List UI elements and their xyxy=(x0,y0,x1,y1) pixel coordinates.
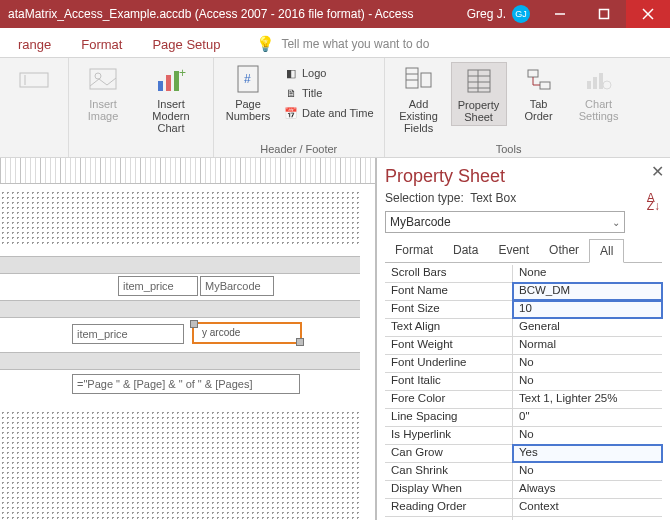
property-tab-all[interactable]: All xyxy=(589,239,624,263)
textbox-icon xyxy=(18,64,50,96)
close-panel-button[interactable]: ✕ xyxy=(651,162,664,181)
header-field-mybarcode[interactable]: MyBarcode xyxy=(200,276,274,296)
insert-modern-chart-label: Insert Modern Chart xyxy=(139,98,203,134)
property-row[interactable]: Scroll BarsNone xyxy=(385,265,662,283)
property-row[interactable]: Font ItalicNo xyxy=(385,373,662,391)
tell-me-search[interactable]: 💡 Tell me what you want to do xyxy=(256,31,429,57)
property-value[interactable]: BCW_DM xyxy=(513,283,662,300)
property-label: Can Grow xyxy=(385,445,513,462)
svg-rect-1 xyxy=(600,10,609,19)
date-time-button[interactable]: 📅Date and Time xyxy=(280,104,378,122)
property-tab-format[interactable]: Format xyxy=(385,239,443,262)
property-value[interactable]: Always xyxy=(513,481,662,498)
property-tab-other[interactable]: Other xyxy=(539,239,589,262)
chart-settings-button: Chart Settings xyxy=(571,62,627,124)
property-value[interactable]: No xyxy=(513,463,662,480)
property-row[interactable]: Display WhenAlways xyxy=(385,481,662,499)
property-row[interactable]: Font NameBCW_DM xyxy=(385,283,662,301)
logo-icon: ◧ xyxy=(284,66,298,80)
property-row[interactable]: Text AlignGeneral xyxy=(385,319,662,337)
horizontal-ruler xyxy=(0,158,375,184)
fields-icon xyxy=(403,64,435,96)
minimize-button[interactable] xyxy=(538,0,582,28)
svg-rect-24 xyxy=(540,82,550,89)
section-bar[interactable] xyxy=(0,256,360,274)
property-row[interactable]: Can GrowYes xyxy=(385,445,662,463)
detail-field-item-price[interactable]: item_price xyxy=(72,324,184,344)
property-tab-event[interactable]: Event xyxy=(488,239,539,262)
tab-format[interactable]: Format xyxy=(67,31,136,57)
selection-type-value: Text Box xyxy=(470,191,516,205)
property-label: Display When xyxy=(385,481,513,498)
insert-image-label: Insert Image xyxy=(79,98,127,122)
add-existing-fields-button[interactable]: Add Existing Fields xyxy=(391,62,447,136)
user-name: Greg J. xyxy=(467,7,506,21)
property-row[interactable]: Line Spacing0" xyxy=(385,409,662,427)
property-tab-data[interactable]: Data xyxy=(443,239,488,262)
svg-rect-8 xyxy=(158,81,163,91)
avatar: GJ xyxy=(512,5,530,23)
svg-point-7 xyxy=(95,73,101,79)
property-row[interactable]: Reading OrderContext xyxy=(385,499,662,517)
property-label: Font Underline xyxy=(385,355,513,372)
property-label: Text Align xyxy=(385,319,513,336)
tab-order-label: Tab Order xyxy=(515,98,563,122)
property-value[interactable]: Text 1, Lighter 25% xyxy=(513,391,662,408)
selected-control-dropdown[interactable]: MyBarcode ⌄ xyxy=(385,211,625,233)
tab-order-button[interactable]: Tab Order xyxy=(511,62,567,124)
sort-button[interactable]: AZ↓ xyxy=(647,194,660,210)
svg-point-28 xyxy=(603,81,611,89)
calendar-icon: 📅 xyxy=(284,106,298,120)
property-row[interactable]: Can ShrinkNo xyxy=(385,463,662,481)
svg-text:+: + xyxy=(179,67,186,80)
close-button[interactable] xyxy=(626,0,670,28)
title-button[interactable]: 🗎Title xyxy=(280,84,378,102)
header-field-item-price[interactable]: item_price xyxy=(118,276,198,296)
property-sheet-button[interactable]: Property Sheet xyxy=(451,62,507,126)
section-bar[interactable] xyxy=(0,352,360,370)
svg-rect-4 xyxy=(20,73,48,87)
svg-rect-23 xyxy=(528,70,538,77)
property-value[interactable]: Normal xyxy=(513,337,662,354)
property-value[interactable]: Context xyxy=(513,499,662,516)
maximize-button[interactable] xyxy=(582,0,626,28)
report-design-canvas[interactable]: item_price MyBarcode item_price y arcode… xyxy=(0,158,376,520)
tab-arrange[interactable]: range xyxy=(4,31,65,57)
title-bar: ataMatrix_Access_Example.accdb (Access 2… xyxy=(0,0,670,28)
svg-rect-9 xyxy=(166,75,171,91)
page-number-icon: # xyxy=(232,64,264,96)
property-sheet-icon xyxy=(463,65,495,97)
property-row[interactable]: Is HyperlinkNo xyxy=(385,427,662,445)
dropdown-value: MyBarcode xyxy=(390,215,451,229)
insert-modern-chart-button[interactable]: + Insert Modern Chart xyxy=(135,62,207,136)
barcode-field-text: y arcode xyxy=(202,327,240,338)
page-numbers-button[interactable]: # Page Numbers xyxy=(220,62,276,124)
property-row[interactable]: Font UnderlineNo xyxy=(385,355,662,373)
selected-textbox-mybarcode[interactable]: y arcode xyxy=(192,322,302,344)
property-label: Is Hyperlink xyxy=(385,427,513,444)
property-label: Font Italic xyxy=(385,373,513,390)
ribbon-tabs: range Format Page Setup 💡 Tell me what y… xyxy=(0,28,670,58)
property-tabs: Format Data Event Other All xyxy=(385,239,662,263)
section-bar[interactable] xyxy=(0,300,360,318)
property-row[interactable]: Font Size10 xyxy=(385,301,662,319)
property-value[interactable]: 0" xyxy=(513,409,662,426)
tab-page-setup[interactable]: Page Setup xyxy=(138,31,234,57)
chevron-down-icon: ⌄ xyxy=(612,217,620,228)
page-footer-expression[interactable]: ="Page " & [Page] & " of " & [Pages] xyxy=(72,374,300,394)
ribbon: Insert Image + Insert Modern Chart # Pag… xyxy=(0,58,670,158)
property-value[interactable]: No xyxy=(513,355,662,372)
property-value[interactable]: None xyxy=(513,265,662,282)
logo-button[interactable]: ◧Logo xyxy=(280,64,378,82)
property-value[interactable]: No xyxy=(513,373,662,390)
property-label: Can Shrink xyxy=(385,463,513,480)
property-value[interactable]: 10 xyxy=(513,301,662,318)
property-row[interactable]: Font WeightNormal xyxy=(385,337,662,355)
property-value[interactable]: Yes xyxy=(513,445,662,462)
property-value[interactable]: No xyxy=(513,427,662,444)
property-row[interactable]: Fore ColorText 1, Lighter 25% xyxy=(385,391,662,409)
user-account[interactable]: Greg J. GJ xyxy=(467,5,530,23)
svg-rect-17 xyxy=(421,73,431,87)
property-value[interactable]: General xyxy=(513,319,662,336)
panel-title: Property Sheet xyxy=(385,166,662,187)
